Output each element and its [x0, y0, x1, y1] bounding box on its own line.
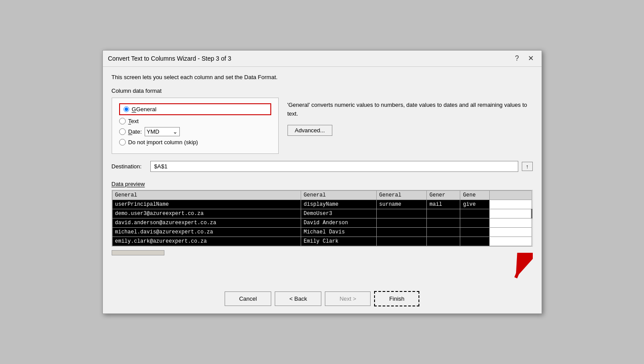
cell-2-scroll	[490, 209, 531, 218]
skip-label[interactable]: Do not import column (skip)	[128, 139, 198, 146]
text-radio[interactable]	[119, 118, 126, 124]
cell-4-2: Michael Davis	[301, 228, 376, 237]
cell-2-1: demo.user3@azureexpert.co.za	[112, 209, 301, 218]
cell-3-3	[376, 218, 426, 228]
cell-5-2: Emily Clark	[301, 237, 376, 246]
cell-1-5: give	[460, 200, 490, 209]
cell-1-3: surname	[376, 200, 426, 209]
table-header-row: General General General Gener Gene	[112, 191, 531, 200]
cell-2-4	[427, 209, 460, 218]
cell-5-5	[460, 237, 490, 246]
header-col-4: Gener	[427, 191, 460, 200]
back-button[interactable]: < Back	[275, 291, 321, 306]
date-dropdown[interactable]: YMD ⌄	[145, 127, 180, 136]
dialog-body: This screen lets you select each column …	[103, 67, 542, 286]
cell-5-1: emily.clark@azureexpert.co.za	[112, 237, 301, 246]
cell-3-2: David Anderson	[301, 218, 376, 228]
preview-scrollbar-area	[112, 248, 533, 255]
cell-4-4	[427, 228, 460, 237]
description-text: This screen lets you select each column …	[112, 74, 533, 80]
cell-2-5	[460, 209, 490, 218]
cell-4-3	[376, 228, 426, 237]
date-option-row: Date: YMD ⌄	[119, 127, 271, 136]
destination-collapse-button[interactable]: ↑	[522, 162, 533, 171]
column-format-label: Column data format	[112, 87, 279, 94]
horizontal-scrollbar[interactable]	[112, 250, 164, 255]
date-radio[interactable]	[119, 128, 126, 135]
destination-input[interactable]	[150, 161, 519, 172]
advanced-button[interactable]: Advanced...	[287, 125, 333, 136]
cell-4-scroll	[490, 228, 531, 237]
button-row: Cancel < Back Next > Finish	[103, 286, 542, 313]
table-row: demo.user3@azureexpert.co.za DemoUser3	[112, 209, 531, 218]
cell-1-4: mail	[427, 200, 460, 209]
general-radio[interactable]	[124, 106, 129, 112]
general-label[interactable]: GGeneral	[132, 106, 156, 113]
general-option-row: GGeneral	[119, 103, 271, 115]
dialog: Convert Text to Columns Wizard - Step 3 …	[102, 50, 542, 314]
header-col-5: Gene	[460, 191, 490, 200]
preview-section: Data preview General Gene	[112, 181, 533, 279]
header-col-3: General	[376, 191, 426, 200]
column-format-box: GGeneral Text Date:	[112, 98, 279, 154]
cell-3-4	[427, 218, 460, 228]
table-row: michael.davis@azureexpert.co.za Michael …	[112, 228, 531, 237]
cancel-button[interactable]: Cancel	[225, 291, 271, 306]
cell-3-scroll	[490, 218, 531, 228]
preview-table: General General General Gener Gene userP…	[112, 190, 532, 246]
cell-5-4	[427, 237, 460, 246]
cell-3-5	[460, 218, 490, 228]
header-col-1: General	[112, 191, 301, 200]
right-panel: 'General' converts numeric values to num…	[287, 87, 533, 136]
date-label[interactable]: Date:	[128, 128, 142, 135]
table-row: userPrincipalName displayName surname ma…	[112, 200, 531, 209]
cell-4-1: michael.davis@azureexpert.co.za	[112, 228, 301, 237]
skip-option-row: Do not import column (skip)	[119, 139, 271, 146]
header-col-scrollbar	[490, 191, 531, 200]
cell-2-3	[376, 209, 426, 218]
cell-5-scroll	[490, 237, 531, 246]
cell-3-1: david.anderson@azureexpert.co.za	[112, 218, 301, 228]
next-button[interactable]: Next >	[325, 291, 371, 306]
column-format-section: Column data format GGeneral Text	[112, 87, 279, 154]
destination-label: Destination:	[112, 163, 147, 170]
text-option-row: Text	[119, 118, 271, 124]
cell-1-2: displayName	[301, 200, 376, 209]
cell-1-scroll	[490, 200, 531, 209]
destination-row: Destination: ↑	[112, 161, 533, 172]
title-bar-left: Convert Text to Columns Wizard - Step 3 …	[108, 55, 232, 62]
header-col-2: General	[301, 191, 376, 200]
preview-label: Data preview	[112, 181, 533, 187]
general-description: 'General' converts numeric values to num…	[287, 101, 533, 118]
title-bar: Convert Text to Columns Wizard - Step 3 …	[103, 51, 542, 67]
finish-button[interactable]: Finish	[374, 291, 419, 306]
cell-4-5	[460, 228, 490, 237]
help-button[interactable]: ?	[513, 54, 522, 63]
skip-radio[interactable]	[119, 139, 126, 146]
dialog-title: Convert Text to Columns Wizard - Step 3 …	[108, 55, 232, 62]
cell-2-2: DemoUser3	[301, 209, 376, 218]
table-row: david.anderson@azureexpert.co.za David A…	[112, 218, 531, 228]
preview-table-wrapper: General General General Gener Gene userP…	[112, 190, 533, 247]
title-bar-right: ? ✕	[513, 54, 536, 63]
layout-row: Column data format GGeneral Text	[112, 87, 533, 154]
cell-1-1: userPrincipalName	[112, 200, 301, 209]
close-button[interactable]: ✕	[525, 54, 536, 63]
table-row: emily.clark@azureexpert.co.za Emily Clar…	[112, 237, 531, 246]
cell-5-3	[376, 237, 426, 246]
text-label[interactable]: Text	[128, 118, 139, 124]
